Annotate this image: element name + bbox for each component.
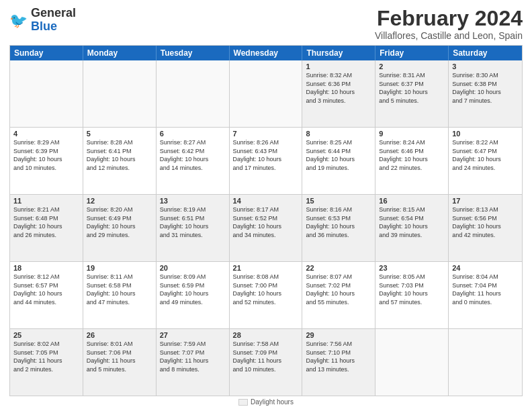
calendar-cell: 19Sunrise: 8:11 AM Sunset: 6:58 PM Dayli… [83, 262, 157, 328]
calendar-cell: 6Sunrise: 8:27 AM Sunset: 6:42 PM Daylig… [157, 128, 230, 194]
page: 🐦 General Blue February 2024 Villaflores… [0, 0, 532, 411]
day-info: Sunrise: 7:58 AM Sunset: 7:09 PM Dayligh… [233, 340, 299, 373]
calendar-header: SundayMondayTuesdayWednesdayThursdayFrid… [10, 46, 522, 60]
day-info: Sunrise: 8:05 AM Sunset: 7:03 PM Dayligh… [379, 273, 445, 306]
day-info: Sunrise: 8:07 AM Sunset: 7:02 PM Dayligh… [306, 273, 371, 306]
day-number: 18 [13, 264, 79, 272]
day-number: 20 [160, 264, 226, 272]
calendar-cell: 14Sunrise: 8:17 AM Sunset: 6:52 PM Dayli… [230, 195, 303, 261]
day-number: 5 [87, 130, 152, 138]
calendar-cell: 26Sunrise: 8:01 AM Sunset: 7:06 PM Dayli… [83, 329, 157, 396]
day-number: 23 [379, 264, 445, 272]
calendar-cell: 20Sunrise: 8:09 AM Sunset: 6:59 PM Dayli… [157, 262, 230, 328]
calendar-cell [83, 60, 157, 127]
calendar-cell: 3Sunrise: 8:30 AM Sunset: 6:38 PM Daylig… [449, 60, 522, 127]
day-number: 11 [13, 197, 79, 205]
day-number: 24 [452, 264, 519, 272]
day-info: Sunrise: 8:21 AM Sunset: 6:48 PM Dayligh… [13, 205, 79, 239]
day-info: Sunrise: 8:22 AM Sunset: 6:47 PM Dayligh… [452, 138, 519, 172]
day-info: Sunrise: 8:19 AM Sunset: 6:51 PM Dayligh… [160, 205, 226, 239]
day-number: 6 [160, 130, 226, 138]
day-info: Sunrise: 8:20 AM Sunset: 6:49 PM Dayligh… [87, 205, 152, 239]
logo-icon: 🐦 [9, 11, 28, 30]
calendar-cell: 18Sunrise: 8:12 AM Sunset: 6:57 PM Dayli… [10, 262, 83, 328]
day-number: 7 [233, 130, 299, 138]
day-info: Sunrise: 8:08 AM Sunset: 7:00 PM Dayligh… [233, 273, 299, 306]
day-header-monday: Monday [83, 46, 157, 60]
day-number: 28 [233, 331, 299, 339]
day-info: Sunrise: 8:01 AM Sunset: 7:06 PM Dayligh… [87, 340, 152, 373]
day-info: Sunrise: 8:27 AM Sunset: 6:42 PM Dayligh… [160, 138, 226, 172]
logo-line1: General [31, 6, 76, 19]
day-number: 8 [306, 130, 371, 138]
calendar-cell: 13Sunrise: 8:19 AM Sunset: 6:51 PM Dayli… [157, 195, 230, 261]
day-number: 19 [87, 264, 152, 272]
day-header-tuesday: Tuesday [157, 46, 230, 60]
logo-text: General Blue [31, 7, 76, 34]
calendar-cell: 23Sunrise: 8:05 AM Sunset: 7:03 PM Dayli… [375, 262, 449, 328]
logo-line2: Blue [31, 19, 57, 33]
svg-text:🐦: 🐦 [9, 11, 28, 30]
calendar-cell [449, 329, 522, 396]
day-info: Sunrise: 8:30 AM Sunset: 6:38 PM Dayligh… [452, 71, 519, 105]
legend: Daylight hours [238, 398, 294, 406]
calendar-cell: 27Sunrise: 7:59 AM Sunset: 7:07 PM Dayli… [157, 329, 230, 396]
legend-box [238, 399, 248, 406]
day-info: Sunrise: 8:24 AM Sunset: 6:46 PM Dayligh… [379, 138, 445, 172]
day-number: 10 [452, 130, 519, 138]
day-number: 15 [306, 197, 371, 205]
day-info: Sunrise: 8:26 AM Sunset: 6:43 PM Dayligh… [233, 138, 299, 172]
month-title: February 2024 [375, 7, 523, 30]
day-number: 16 [379, 197, 445, 205]
day-number: 4 [13, 130, 79, 138]
legend-label: Daylight hours [251, 398, 294, 406]
day-number: 12 [87, 197, 152, 205]
day-info: Sunrise: 8:29 AM Sunset: 6:39 PM Dayligh… [13, 138, 79, 172]
day-info: Sunrise: 7:56 AM Sunset: 7:10 PM Dayligh… [306, 340, 371, 373]
day-number: 13 [160, 197, 226, 205]
calendar-cell: 10Sunrise: 8:22 AM Sunset: 6:47 PM Dayli… [449, 128, 522, 194]
logo: 🐦 General Blue [9, 7, 76, 34]
calendar-cell: 17Sunrise: 8:13 AM Sunset: 6:56 PM Dayli… [449, 195, 522, 261]
day-info: Sunrise: 8:28 AM Sunset: 6:41 PM Dayligh… [87, 138, 152, 172]
day-info: Sunrise: 8:13 AM Sunset: 6:56 PM Dayligh… [452, 205, 519, 239]
day-info: Sunrise: 8:15 AM Sunset: 6:54 PM Dayligh… [379, 205, 445, 239]
calendar-cell: 8Sunrise: 8:25 AM Sunset: 6:44 PM Daylig… [302, 128, 375, 194]
calendar-cell [230, 60, 303, 127]
calendar-cell: 5Sunrise: 8:28 AM Sunset: 6:41 PM Daylig… [83, 128, 157, 194]
day-number: 14 [233, 197, 299, 205]
day-info: Sunrise: 7:59 AM Sunset: 7:07 PM Dayligh… [160, 340, 226, 373]
day-header-friday: Friday [375, 46, 449, 60]
day-number: 3 [452, 62, 519, 71]
calendar-body: 1Sunrise: 8:32 AM Sunset: 6:36 PM Daylig… [10, 60, 522, 396]
day-info: Sunrise: 8:32 AM Sunset: 6:36 PM Dayligh… [306, 71, 371, 105]
calendar-cell: 29Sunrise: 7:56 AM Sunset: 7:10 PM Dayli… [302, 329, 375, 396]
calendar-cell: 9Sunrise: 8:24 AM Sunset: 6:46 PM Daylig… [375, 128, 449, 194]
calendar-cell: 2Sunrise: 8:31 AM Sunset: 6:37 PM Daylig… [375, 60, 449, 127]
day-info: Sunrise: 8:16 AM Sunset: 6:53 PM Dayligh… [306, 205, 371, 239]
calendar-cell: 16Sunrise: 8:15 AM Sunset: 6:54 PM Dayli… [375, 195, 449, 261]
footer: Daylight hours [9, 398, 523, 406]
title-area: February 2024 Villaflores, Castille and … [375, 7, 523, 41]
calendar-cell: 22Sunrise: 8:07 AM Sunset: 7:02 PM Dayli… [302, 262, 375, 328]
day-info: Sunrise: 8:11 AM Sunset: 6:58 PM Dayligh… [87, 273, 152, 306]
day-number: 2 [379, 62, 445, 71]
calendar-cell [10, 60, 83, 127]
calendar-cell: 12Sunrise: 8:20 AM Sunset: 6:49 PM Dayli… [83, 195, 157, 261]
day-number: 17 [452, 197, 519, 205]
calendar-cell [157, 60, 230, 127]
day-info: Sunrise: 8:09 AM Sunset: 6:59 PM Dayligh… [160, 273, 226, 306]
day-number: 27 [160, 331, 226, 339]
calendar-cell: 11Sunrise: 8:21 AM Sunset: 6:48 PM Dayli… [10, 195, 83, 261]
day-header-saturday: Saturday [449, 46, 522, 60]
calendar-row-0: 1Sunrise: 8:32 AM Sunset: 6:36 PM Daylig… [10, 60, 522, 127]
day-info: Sunrise: 8:25 AM Sunset: 6:44 PM Dayligh… [306, 138, 371, 172]
day-number: 9 [379, 130, 445, 138]
calendar: SundayMondayTuesdayWednesdayThursdayFrid… [9, 45, 523, 396]
day-number: 1 [306, 62, 371, 71]
day-header-sunday: Sunday [10, 46, 83, 60]
calendar-cell: 4Sunrise: 8:29 AM Sunset: 6:39 PM Daylig… [10, 128, 83, 194]
calendar-cell: 28Sunrise: 7:58 AM Sunset: 7:09 PM Dayli… [230, 329, 303, 396]
day-info: Sunrise: 8:02 AM Sunset: 7:05 PM Dayligh… [13, 340, 79, 373]
calendar-row-4: 25Sunrise: 8:02 AM Sunset: 7:05 PM Dayli… [10, 328, 522, 396]
